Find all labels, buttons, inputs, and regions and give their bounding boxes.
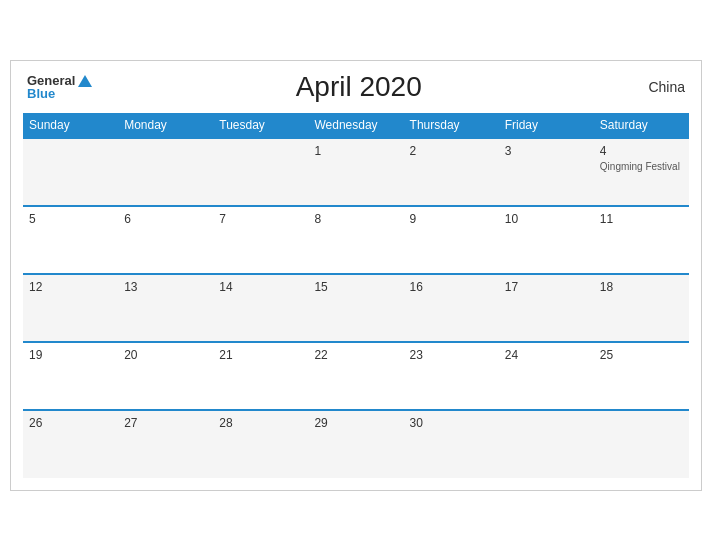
- calendar-day-cell: [118, 138, 213, 206]
- calendar-day-cell: 24: [499, 342, 594, 410]
- calendar-week-row: 2627282930: [23, 410, 689, 478]
- day-number: 25: [600, 348, 683, 362]
- day-number: 1: [314, 144, 397, 158]
- weekday-header-thursday: Thursday: [404, 113, 499, 138]
- logo-general-text: General: [27, 74, 75, 87]
- calendar-day-cell: [213, 138, 308, 206]
- calendar-day-cell: 3: [499, 138, 594, 206]
- calendar-day-cell: [499, 410, 594, 478]
- calendar-day-cell: 6: [118, 206, 213, 274]
- calendar-day-cell: 17: [499, 274, 594, 342]
- day-number: 24: [505, 348, 588, 362]
- calendar-week-row: 567891011: [23, 206, 689, 274]
- calendar-day-cell: 22: [308, 342, 403, 410]
- calendar-day-cell: 26: [23, 410, 118, 478]
- calendar-day-cell: 12: [23, 274, 118, 342]
- day-number: 26: [29, 416, 112, 430]
- day-number: 28: [219, 416, 302, 430]
- calendar-day-cell: 16: [404, 274, 499, 342]
- calendar-day-cell: 10: [499, 206, 594, 274]
- day-number: 22: [314, 348, 397, 362]
- calendar-day-cell: 30: [404, 410, 499, 478]
- calendar-day-cell: 11: [594, 206, 689, 274]
- day-number: 8: [314, 212, 397, 226]
- day-number: 3: [505, 144, 588, 158]
- calendar-day-cell: 9: [404, 206, 499, 274]
- calendar-day-cell: 27: [118, 410, 213, 478]
- calendar-week-row: 19202122232425: [23, 342, 689, 410]
- calendar-day-cell: [594, 410, 689, 478]
- calendar-week-row: 12131415161718: [23, 274, 689, 342]
- logo-blue-text: Blue: [27, 87, 55, 100]
- day-number: 2: [410, 144, 493, 158]
- calendar-day-cell: 13: [118, 274, 213, 342]
- calendar-day-cell: 1: [308, 138, 403, 206]
- weekday-header-saturday: Saturday: [594, 113, 689, 138]
- weekday-header-monday: Monday: [118, 113, 213, 138]
- logo: General Blue: [27, 74, 92, 100]
- day-number: 4: [600, 144, 683, 158]
- calendar-day-cell: 2: [404, 138, 499, 206]
- day-number: 15: [314, 280, 397, 294]
- calendar-day-cell: 4Qingming Festival: [594, 138, 689, 206]
- country-label: China: [625, 79, 685, 95]
- calendar-day-cell: 15: [308, 274, 403, 342]
- event-label: Qingming Festival: [600, 160, 683, 173]
- day-number: 16: [410, 280, 493, 294]
- calendar-day-cell: 23: [404, 342, 499, 410]
- weekday-header-friday: Friday: [499, 113, 594, 138]
- day-number: 11: [600, 212, 683, 226]
- calendar-day-cell: 7: [213, 206, 308, 274]
- day-number: 14: [219, 280, 302, 294]
- weekday-header-row: SundayMondayTuesdayWednesdayThursdayFrid…: [23, 113, 689, 138]
- calendar-header: General Blue April 2020 China: [23, 71, 689, 103]
- calendar-title: April 2020: [92, 71, 625, 103]
- weekday-header-wednesday: Wednesday: [308, 113, 403, 138]
- day-number: 6: [124, 212, 207, 226]
- day-number: 18: [600, 280, 683, 294]
- day-number: 5: [29, 212, 112, 226]
- day-number: 30: [410, 416, 493, 430]
- logo-triangle-icon: [78, 75, 92, 87]
- calendar-table: SundayMondayTuesdayWednesdayThursdayFrid…: [23, 113, 689, 478]
- day-number: 20: [124, 348, 207, 362]
- day-number: 29: [314, 416, 397, 430]
- weekday-header-tuesday: Tuesday: [213, 113, 308, 138]
- day-number: 12: [29, 280, 112, 294]
- calendar-day-cell: 14: [213, 274, 308, 342]
- day-number: 23: [410, 348, 493, 362]
- calendar-day-cell: 18: [594, 274, 689, 342]
- calendar-day-cell: 20: [118, 342, 213, 410]
- calendar-day-cell: 19: [23, 342, 118, 410]
- calendar-container: General Blue April 2020 China SundayMond…: [10, 60, 702, 491]
- day-number: 27: [124, 416, 207, 430]
- calendar-day-cell: 29: [308, 410, 403, 478]
- day-number: 10: [505, 212, 588, 226]
- calendar-day-cell: 5: [23, 206, 118, 274]
- day-number: 9: [410, 212, 493, 226]
- day-number: 13: [124, 280, 207, 294]
- calendar-day-cell: 28: [213, 410, 308, 478]
- day-number: 19: [29, 348, 112, 362]
- calendar-day-cell: 25: [594, 342, 689, 410]
- calendar-day-cell: 21: [213, 342, 308, 410]
- weekday-header-sunday: Sunday: [23, 113, 118, 138]
- calendar-week-row: 1234Qingming Festival: [23, 138, 689, 206]
- calendar-day-cell: 8: [308, 206, 403, 274]
- day-number: 21: [219, 348, 302, 362]
- calendar-day-cell: [23, 138, 118, 206]
- day-number: 7: [219, 212, 302, 226]
- day-number: 17: [505, 280, 588, 294]
